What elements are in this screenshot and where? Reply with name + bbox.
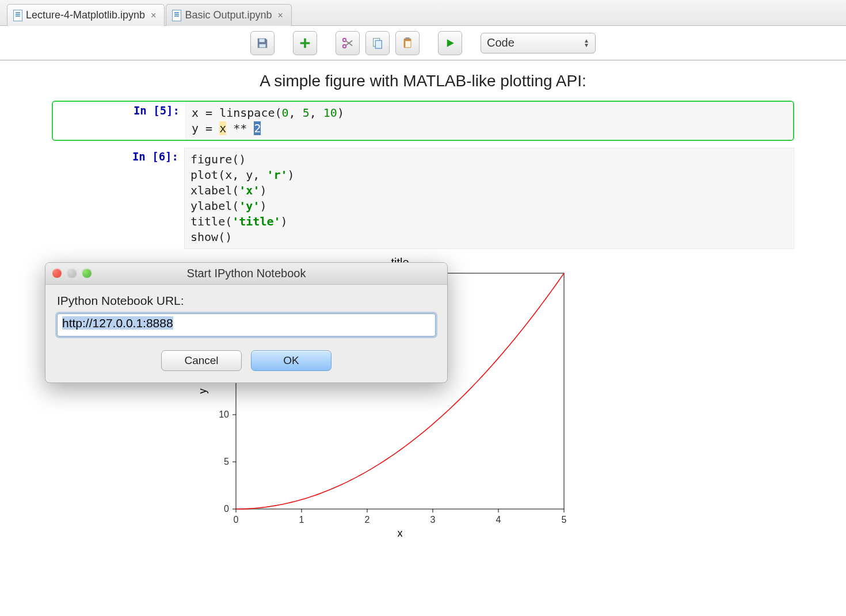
svg-text:0: 0	[224, 504, 229, 514]
code-highlight: x	[219, 121, 226, 135]
code-text: plot(x, y,	[190, 168, 266, 182]
code-string: 'y'	[239, 199, 260, 213]
code-cell-5[interactable]: In [5]: x = linspace(0, 5, 10) y = x ** …	[52, 101, 794, 141]
scissors-icon	[341, 37, 354, 49]
code-selection: 2	[254, 121, 261, 135]
code-text: )	[260, 183, 266, 197]
close-window-icon[interactable]	[52, 269, 62, 278]
dialog-title: Start IPython Notebook	[187, 267, 306, 280]
svg-text:5: 5	[224, 457, 229, 466]
celltype-value: Code	[487, 36, 515, 49]
start-notebook-dialog: Start IPython Notebook IPython Notebook …	[45, 262, 448, 383]
minimize-window-icon[interactable]	[67, 269, 77, 278]
markdown-heading: A simple figure with MATLAB-like plottin…	[0, 72, 846, 90]
code-text: )	[337, 106, 344, 120]
code-cell-6[interactable]: In [6]: figure() plot(x, y, 'r') xlabel(…	[52, 148, 794, 249]
dialog-titlebar[interactable]: Start IPython Notebook	[45, 263, 447, 285]
stepper-icon: ▲▼	[584, 39, 589, 48]
notebook-file-icon	[13, 10, 22, 21]
celltype-select[interactable]: Code ▲▼	[481, 33, 596, 53]
code-number: 10	[323, 106, 337, 120]
tab-label: Lecture-4-Matplotlib.ipynb	[26, 9, 145, 21]
cell-prompt: In [5]:	[53, 102, 185, 140]
code-string: 'title'	[232, 215, 280, 228]
window-controls	[52, 269, 92, 278]
code-text: x = linspace(	[192, 106, 282, 120]
code-text: ylabel(	[190, 199, 239, 213]
code-text: xlabel(	[190, 183, 239, 197]
code-number: 5	[303, 106, 310, 120]
cancel-button[interactable]: Cancel	[161, 350, 242, 371]
notebook-toolbar: Code ▲▼	[0, 26, 846, 60]
svg-text:x: x	[398, 527, 403, 539]
code-string: 'x'	[239, 183, 260, 197]
svg-text:y: y	[197, 389, 208, 394]
code-text: )	[281, 215, 288, 228]
code-string: 'r'	[266, 168, 287, 182]
code-text: figure()	[190, 152, 246, 166]
copy-icon	[371, 37, 384, 49]
button-label: Cancel	[184, 354, 218, 367]
svg-text:4: 4	[496, 515, 501, 525]
tab-lecture4[interactable]: Lecture-4-Matplotlib.ipynb ×	[7, 4, 165, 26]
code-number: 0	[282, 106, 289, 120]
svg-rect-0	[260, 39, 265, 42]
code-text: )	[288, 168, 295, 182]
close-icon[interactable]: ×	[278, 10, 283, 21]
svg-text:0: 0	[234, 515, 239, 525]
play-icon	[445, 38, 455, 48]
run-button[interactable]	[438, 31, 462, 55]
code-text: ,	[310, 106, 323, 120]
code-text: )	[260, 199, 266, 213]
code-text: title(	[190, 215, 232, 228]
svg-rect-8	[405, 41, 410, 47]
copy-button[interactable]	[365, 31, 390, 55]
svg-text:5: 5	[562, 515, 567, 525]
ok-button[interactable]: OK	[251, 350, 331, 371]
save-icon	[256, 37, 269, 49]
svg-text:10: 10	[219, 410, 229, 419]
url-label: IPython Notebook URL:	[57, 294, 436, 308]
close-icon[interactable]: ×	[151, 10, 156, 21]
code-text: **	[226, 121, 254, 135]
cut-button[interactable]	[336, 31, 360, 55]
svg-text:3: 3	[430, 515, 436, 525]
paste-button[interactable]	[395, 31, 420, 55]
tab-label: Basic Output.ipynb	[185, 9, 272, 21]
url-input[interactable]: http://127.0.0.1:8888	[57, 313, 436, 336]
save-button[interactable]	[250, 31, 275, 55]
code-editor[interactable]: figure() plot(x, y, 'r') xlabel('x') yla…	[184, 148, 794, 249]
button-label: OK	[283, 354, 299, 367]
code-text: y =	[192, 121, 219, 135]
tab-basic-output[interactable]: Basic Output.ipynb ×	[166, 4, 291, 26]
add-cell-button[interactable]	[293, 31, 317, 55]
cell-prompt: In [6]:	[52, 148, 184, 249]
svg-text:1: 1	[299, 515, 304, 525]
code-text: ,	[289, 106, 303, 120]
code-editor[interactable]: x = linspace(0, 5, 10) y = x ** 2	[185, 102, 793, 140]
code-text: show()	[190, 230, 232, 244]
dialog-buttons: Cancel OK	[57, 350, 436, 371]
svg-rect-7	[405, 37, 409, 39]
dialog-body: IPython Notebook URL: http://127.0.0.1:8…	[45, 285, 447, 382]
notebook-file-icon	[172, 10, 181, 21]
plus-icon	[299, 37, 311, 49]
svg-rect-5	[375, 40, 382, 48]
zoom-window-icon[interactable]	[82, 269, 92, 278]
svg-rect-1	[260, 44, 266, 47]
paste-icon	[401, 37, 414, 49]
url-value: http://127.0.0.1:8888	[62, 316, 173, 330]
svg-text:2: 2	[365, 515, 370, 525]
editor-tab-bar: Lecture-4-Matplotlib.ipynb × Basic Outpu…	[0, 0, 846, 26]
